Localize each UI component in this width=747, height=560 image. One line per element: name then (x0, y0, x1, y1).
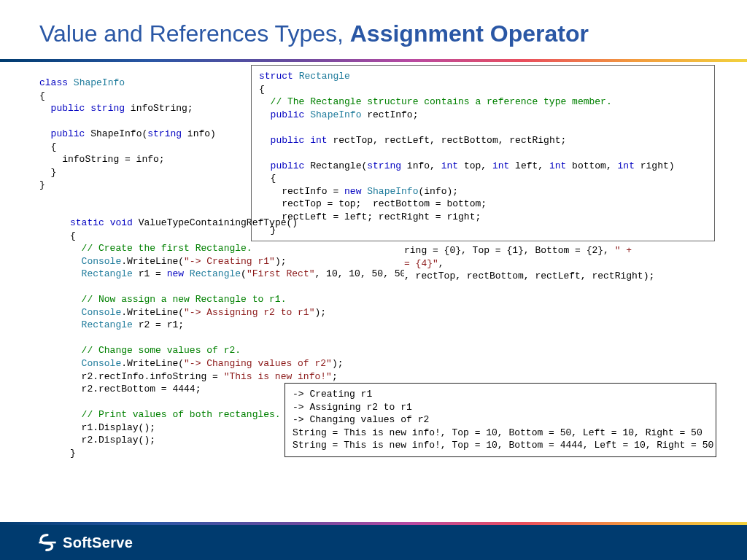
code-shapeinfo: class ShapeInfo { public string infoStri… (39, 77, 216, 192)
code-overlap-fragment: ring = {0}, Top = {1}, Bottom = {2}, " +… (404, 244, 654, 283)
brand-text: SoftServe (63, 534, 133, 551)
footer: SoftServe (0, 525, 747, 560)
console-output: -> Creating r1 -> Assigning r2 to r1 -> … (285, 383, 716, 457)
title-light: Value and References Types, (39, 20, 350, 47)
code-rectangle-struct: struct Rectangle { // The Rectangle stru… (251, 65, 715, 241)
logo-icon (38, 533, 57, 552)
title-bold: Assignment Operator (350, 20, 589, 47)
slide-title: Value and References Types, Assignment O… (0, 0, 747, 59)
brand-logo: SoftServe (38, 533, 133, 552)
slide-content: class ShapeInfo { public string infoStri… (0, 62, 747, 481)
svg-rect-0 (39, 542, 55, 544)
